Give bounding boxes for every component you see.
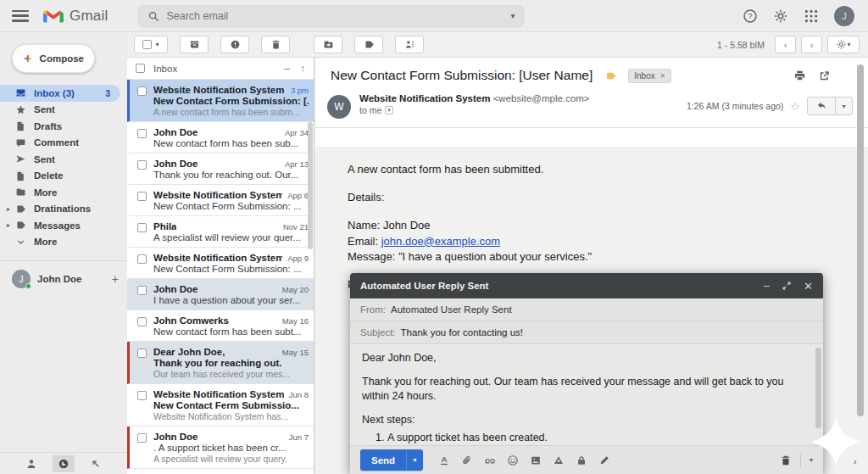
email-row[interactable]: Website Notification SystemApp 6New Cont… xyxy=(127,185,314,216)
sidebar-item-drafts[interactable]: Drafts xyxy=(0,118,127,135)
sidebar-item-sent[interactable]: Sent xyxy=(0,102,127,119)
sidebar-item-more[interactable]: More xyxy=(0,184,127,201)
sidebar-item-inbox-3[interactable]: Inbox (3)3 xyxy=(0,85,120,102)
search-options-caret-icon[interactable]: ▾ xyxy=(510,11,515,20)
attach-icon[interactable] xyxy=(461,454,473,466)
compose-subject-row[interactable]: Subject: Thank you for contacting us! xyxy=(350,321,823,344)
email-checkbox[interactable] xyxy=(137,160,147,170)
details-caret-icon[interactable]: ▾ xyxy=(385,106,393,114)
minimize-icon[interactable]: – xyxy=(764,282,770,290)
email-checkbox[interactable] xyxy=(137,254,147,264)
email-checkbox[interactable] xyxy=(137,433,147,443)
add-contact-button[interactable]: + xyxy=(112,272,119,286)
pen-icon[interactable] xyxy=(598,454,610,466)
email-row[interactable]: Website Notification System3 pmNew Conta… xyxy=(127,80,314,122)
list-scrollbar[interactable] xyxy=(308,122,313,249)
compose-body[interactable]: Dear John Doe, Thank you for reaching ou… xyxy=(350,344,823,445)
select-caret-icon[interactable]: ▾ xyxy=(155,41,159,48)
reading-scrollbar[interactable] xyxy=(857,64,864,416)
reply-more-button[interactable]: ▾ xyxy=(836,97,853,115)
contacts-person-icon[interactable] xyxy=(25,458,37,470)
emoji-icon[interactable] xyxy=(507,454,519,466)
send-options-caret-icon[interactable]: ▾ xyxy=(406,449,423,471)
compose-from-row[interactable]: From: Automated User Reply Sent xyxy=(350,298,823,321)
sidebar-item-dratinations[interactable]: ▸Dratinations xyxy=(0,201,127,218)
email-checkbox[interactable] xyxy=(137,349,147,358)
email-row[interactable]: John DoeApr 34New contact form has been … xyxy=(127,122,314,153)
sidebar-item-delete[interactable]: Delete xyxy=(0,168,127,185)
email-checkbox[interactable] xyxy=(137,317,147,326)
sidebar-item-comment[interactable]: Comment xyxy=(0,135,127,152)
sidebar-item-sent[interactable]: Sent xyxy=(0,151,127,168)
email-date: Apr 13 xyxy=(285,159,309,169)
apps-grid-icon[interactable] xyxy=(804,8,819,24)
archive-button[interactable] xyxy=(180,36,209,53)
discard-trash-icon[interactable] xyxy=(780,454,792,466)
select-all-checkbox[interactable] xyxy=(142,40,152,49)
account-avatar[interactable]: J xyxy=(834,6,854,26)
sort-arrow-icon[interactable]: ↑ xyxy=(300,63,305,75)
prev-page-button[interactable]: ‹ xyxy=(775,36,796,53)
email-subject-preview: New Contact Form Submission: ... xyxy=(153,201,309,211)
expand-arrow-icon[interactable]: ▸ xyxy=(7,205,15,213)
menu-icon[interactable] xyxy=(12,10,29,22)
open-in-new-icon[interactable] xyxy=(818,70,831,82)
link-icon[interactable] xyxy=(484,454,496,466)
send-button[interactable]: Send xyxy=(360,449,406,471)
phone-call-icon[interactable] xyxy=(90,458,102,470)
move-to-button[interactable] xyxy=(314,36,342,53)
compose-scrollbar[interactable] xyxy=(815,348,821,428)
email-checkbox[interactable] xyxy=(137,223,147,232)
email-row[interactable]: Website Notification SystemApp 9New Cont… xyxy=(127,248,314,279)
select-all-button[interactable]: ▾ xyxy=(134,36,168,53)
search-bar[interactable]: ▾ xyxy=(138,5,524,27)
email-checkbox[interactable] xyxy=(137,86,147,96)
inbox-chip[interactable]: Inbox × xyxy=(628,69,670,83)
email-checkbox[interactable] xyxy=(137,129,147,138)
confidential-icon[interactable] xyxy=(576,454,587,466)
reply-button[interactable] xyxy=(807,97,836,115)
collapse-icon[interactable]: – xyxy=(284,63,290,75)
close-icon[interactable]: ✕ xyxy=(804,280,813,293)
email-checkbox[interactable] xyxy=(137,286,147,295)
sidebar-item-label: More xyxy=(34,187,57,198)
scroll-right-chevron-icon[interactable]: › xyxy=(854,456,857,466)
star-outline-icon[interactable]: ☆ xyxy=(790,100,800,113)
print-icon[interactable] xyxy=(793,70,806,82)
contact-row[interactable]: J John Doe + xyxy=(0,261,127,288)
settings-gear-icon[interactable] xyxy=(773,8,788,24)
email-row[interactable]: Dear John Doe,May 15Thank you for reachi… xyxy=(127,342,314,384)
sidebar-item-messages[interactable]: ▸Messages xyxy=(0,217,127,234)
email-row[interactable]: John DoeApr 13Thank you for reaching out… xyxy=(127,153,314,185)
sidebar-item-more[interactable]: More xyxy=(0,234,127,251)
email-row[interactable]: John ComwerksMay 16New contact form has … xyxy=(127,310,314,342)
delete-button[interactable] xyxy=(261,36,290,53)
search-input[interactable] xyxy=(166,10,504,22)
email-row[interactable]: PhilaNov 21A specialist will review your… xyxy=(127,216,314,248)
help-icon[interactable]: ? xyxy=(743,8,758,24)
labels-button[interactable] xyxy=(354,36,383,53)
sidebar-item-label: Drafts xyxy=(34,121,62,131)
next-page-button[interactable]: › xyxy=(801,36,822,53)
report-spam-button[interactable] xyxy=(220,36,249,53)
drive-icon[interactable] xyxy=(553,454,565,466)
more-actions-button[interactable] xyxy=(395,36,424,53)
email-row[interactable]: John DoeMay 20I have a question about yo… xyxy=(127,279,314,310)
list-header-checkbox[interactable] xyxy=(136,64,145,73)
compose-titlebar[interactable]: Automated User Reply Sent – ✕ xyxy=(350,273,823,298)
email-row[interactable]: Website Notification SystemJun 8New Cont… xyxy=(127,384,314,427)
to-line: to me xyxy=(359,105,381,115)
format-text-icon[interactable]: A xyxy=(438,454,450,466)
email-checkbox[interactable] xyxy=(137,192,147,201)
email-row[interactable]: John DoeJun 7. A support ticket has been… xyxy=(127,427,314,469)
image-icon[interactable] xyxy=(530,454,542,466)
more-options-caret-icon[interactable]: ▾ xyxy=(810,456,813,464)
chat-icon[interactable] xyxy=(53,455,75,472)
chip-close-icon[interactable]: × xyxy=(660,71,665,81)
email-link[interactable]: john.doe@example.com xyxy=(381,235,500,248)
compose-button[interactable]: Compose xyxy=(12,44,95,73)
expand-icon[interactable] xyxy=(782,281,792,291)
list-settings-button[interactable]: ▾ xyxy=(827,36,860,53)
email-checkbox[interactable] xyxy=(137,391,147,400)
expand-arrow-icon[interactable]: ▸ xyxy=(7,221,15,229)
